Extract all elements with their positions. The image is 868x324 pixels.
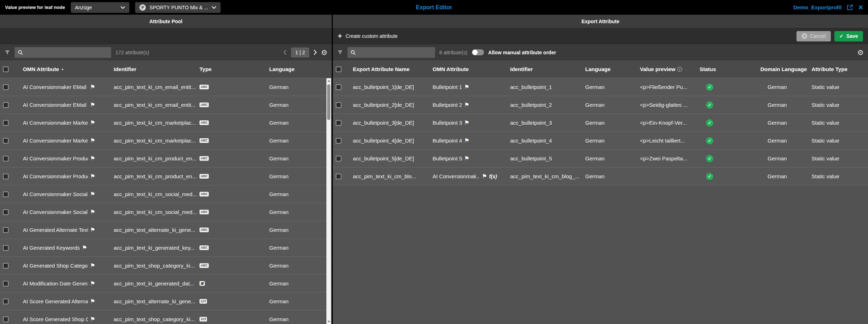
- row-checkbox[interactable]: [3, 281, 9, 286]
- column-language[interactable]: Language: [266, 60, 332, 78]
- column-omn-attribute[interactable]: OMN Attribute: [23, 66, 59, 72]
- type-icon: ABC: [199, 156, 209, 161]
- topbar: Value preview for leaf node Anzüge P SPO…: [0, 0, 868, 15]
- export-attribute-name: acc_pim_text_ki_cm_blo...: [350, 168, 430, 185]
- attribute-pool-row[interactable]: AI Conversionmaker EMail E... ⚑ acc_pim_…: [0, 78, 332, 96]
- column-language[interactable]: Language: [582, 60, 637, 78]
- export-attribute-row[interactable]: acc_bulletpoint_2[de_DE] Bulletpoint 2 ⚑…: [333, 96, 868, 114]
- gear-icon[interactable]: ⚙: [321, 49, 327, 56]
- row-checkbox[interactable]: [336, 84, 341, 90]
- language-value: German: [266, 239, 332, 256]
- type-icon: 123: [199, 299, 207, 304]
- column-export-attribute-name[interactable]: Export Attribute Name: [350, 60, 430, 78]
- row-checkbox[interactable]: [3, 227, 9, 233]
- page-next-button[interactable]: [314, 50, 317, 55]
- column-omn-attribute[interactable]: OMN Attribute: [430, 60, 507, 78]
- info-icon[interactable]: i: [677, 67, 682, 72]
- scroll-down-arrow[interactable]: [326, 319, 331, 324]
- attribute-pool-row[interactable]: AI Conversionmaker Product ... ⚑ acc_pim…: [0, 149, 332, 167]
- create-custom-attribute-label: Create custom attribute: [346, 33, 398, 39]
- filter-funnel-icon[interactable]: [337, 50, 343, 55]
- select-all-checkbox[interactable]: [336, 66, 341, 72]
- flag-icon: ⚑: [90, 209, 95, 215]
- flag-icon: ⚑: [464, 155, 469, 162]
- attribute-type-value: Static value: [809, 150, 868, 167]
- attribute-pool-row[interactable]: AI Generated Shop Category... ⚑ acc_pim_…: [0, 256, 332, 274]
- cancel-button[interactable]: × Cancel: [797, 31, 831, 41]
- row-checkbox[interactable]: [3, 138, 9, 144]
- row-checkbox[interactable]: [3, 120, 9, 126]
- attribute-pool-row[interactable]: AI Generated Alternate Text ⚑ acc_pim_te…: [0, 221, 332, 239]
- value-preview: <p>Seidig-glattes ...: [637, 96, 697, 114]
- column-status[interactable]: Status: [697, 60, 758, 78]
- export-attribute-row[interactable]: acc_bulletpoint_5[de_DE] Bulletpoint 5 ⚑…: [333, 149, 868, 167]
- open-external-icon[interactable]: [847, 4, 853, 11]
- create-custom-attribute-button[interactable]: + Create custom attribute: [338, 33, 398, 40]
- omn-attribute-name: AI Conversionmaker EMail URL: [23, 102, 88, 108]
- attribute-pool-search[interactable]: [15, 47, 111, 58]
- vertical-scrollbar[interactable]: [326, 78, 331, 324]
- row-checkbox[interactable]: [336, 138, 341, 144]
- gear-icon[interactable]: ⚙: [857, 49, 864, 56]
- row-checkbox[interactable]: [336, 156, 341, 161]
- omn-attribute-name: AI Generated Alternate Text: [23, 227, 88, 233]
- row-checkbox[interactable]: [3, 263, 9, 269]
- row-checkbox[interactable]: [336, 120, 341, 126]
- select-all-checkbox[interactable]: [3, 66, 9, 72]
- export-attribute-name: acc_bulletpoint_5[de_DE]: [350, 150, 430, 167]
- omn-attribute-name: AI Score Generated Alternate...: [23, 298, 88, 304]
- row-checkbox[interactable]: [3, 209, 9, 215]
- search-input[interactable]: [26, 50, 108, 55]
- attribute-pool-row[interactable]: AI Conversionmaker Social-... ⚑ acc_pim_…: [0, 185, 332, 203]
- export-attribute-row[interactable]: acc_pim_text_ki_cm_blo... AI Conversionm…: [333, 167, 868, 185]
- column-domain-language[interactable]: Domain Language: [758, 60, 809, 78]
- column-type[interactable]: Type: [197, 60, 266, 78]
- flag-icon: ⚑: [90, 155, 95, 162]
- leaf-node-select[interactable]: Anzüge: [71, 2, 129, 13]
- save-button[interactable]: ✓ Save: [834, 31, 863, 41]
- flag-icon: ⚑: [464, 119, 469, 126]
- export-attribute-row[interactable]: acc_bulletpoint_3[de_DE] Bulletpoint 3 ⚑…: [333, 114, 868, 131]
- attribute-pool-row[interactable]: AI Conversionmaker Marketp... ⚑ acc_pim_…: [0, 114, 332, 131]
- row-checkbox[interactable]: [336, 102, 341, 108]
- product-select[interactable]: P SPORTY PUNTO Mix & ...: [135, 2, 221, 13]
- attribute-pool-row[interactable]: AI Score Generated Alternate... ⚑ acc_pi…: [0, 292, 332, 310]
- row-checkbox[interactable]: [3, 191, 9, 197]
- attribute-pool-row[interactable]: AI Generated Keywords ⚑ acc_pim_text_ki_…: [0, 239, 332, 256]
- attribute-pool-row[interactable]: AI Conversionmaker Social-... ⚑ acc_pim_…: [0, 203, 332, 221]
- row-checkbox[interactable]: [3, 316, 9, 322]
- scroll-up-arrow[interactable]: [326, 78, 331, 83]
- flag-icon: ⚑: [90, 316, 95, 323]
- row-checkbox[interactable]: [3, 84, 9, 90]
- export-profile-link[interactable]: Demo_Exportprofil: [793, 4, 842, 10]
- column-identifier[interactable]: Identifier: [507, 60, 582, 78]
- filter-funnel-icon[interactable]: [4, 50, 10, 55]
- attribute-pool-row[interactable]: AI Conversionmaker EMail URL ⚑ acc_pim_t…: [0, 96, 332, 114]
- scrollbar-thumb[interactable]: [327, 84, 330, 120]
- export-attribute-row[interactable]: acc_bulletpoint_1[de_DE] Bulletpoint 1 ⚑…: [333, 78, 868, 96]
- flag-icon: ⚑: [90, 298, 95, 305]
- search-input[interactable]: [359, 50, 432, 55]
- row-checkbox[interactable]: [3, 299, 9, 304]
- close-icon[interactable]: ×: [858, 4, 863, 11]
- export-attribute-search[interactable]: [347, 47, 435, 58]
- row-checkbox[interactable]: [3, 174, 9, 179]
- attribute-pool-row[interactable]: AI Conversionmaker Marketp... ⚑ acc_pim_…: [0, 131, 332, 149]
- row-checkbox[interactable]: [3, 245, 9, 251]
- attribute-pool-row[interactable]: AI Conversionmaker Product ... ⚑ acc_pim…: [0, 167, 332, 185]
- row-checkbox[interactable]: [336, 174, 341, 179]
- row-checkbox[interactable]: [3, 102, 9, 108]
- row-checkbox[interactable]: [3, 156, 9, 161]
- attribute-pool-row[interactable]: AI Modification Date Generat... ⚑ acc_pi…: [0, 274, 332, 292]
- type-icon: ABC: [199, 120, 209, 125]
- domain-language-value: German: [758, 114, 809, 131]
- column-attribute-type[interactable]: Attribute Type: [809, 60, 868, 78]
- column-value-preview[interactable]: Value preview: [640, 66, 675, 72]
- column-identifier[interactable]: Identifier: [111, 60, 197, 78]
- attribute-pool-row[interactable]: AI Score Generated Shop Ca... ⚑ acc_pim_…: [0, 310, 332, 324]
- page-prev-button[interactable]: [283, 50, 287, 55]
- identifier-value: acc_pim_text_ki_generated_dat...: [111, 275, 197, 292]
- type-icon: ABC: [199, 263, 209, 268]
- export-attribute-row[interactable]: acc_bulletpoint_4[de_DE] Bulletpoint 4 ⚑…: [333, 131, 868, 149]
- manual-order-toggle[interactable]: [472, 49, 484, 55]
